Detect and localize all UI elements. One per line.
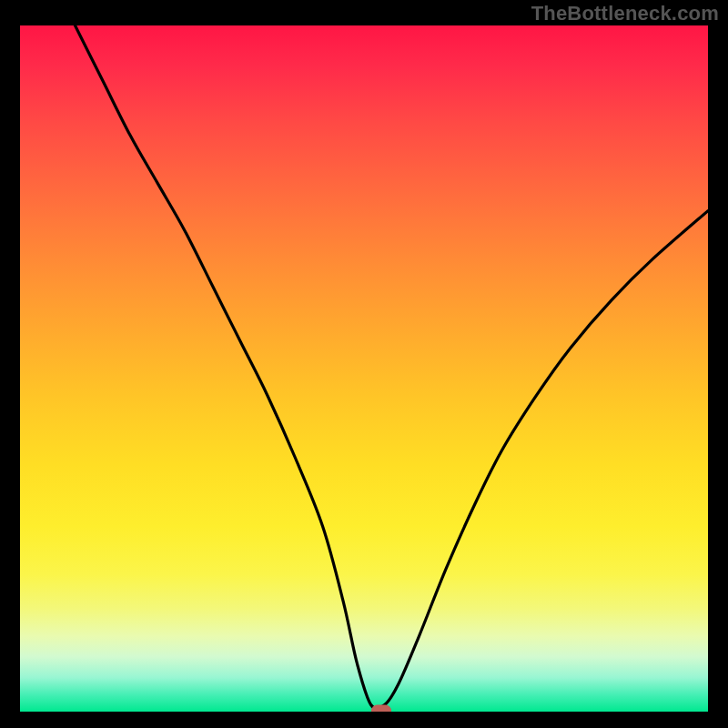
bottleneck-curve bbox=[20, 25, 708, 712]
plot-area bbox=[20, 25, 708, 712]
optimal-point-marker bbox=[371, 705, 391, 712]
watermark-text: TheBottleneck.com bbox=[531, 2, 719, 25]
curve-path bbox=[76, 25, 709, 709]
chart-frame: TheBottleneck.com bbox=[0, 0, 728, 728]
